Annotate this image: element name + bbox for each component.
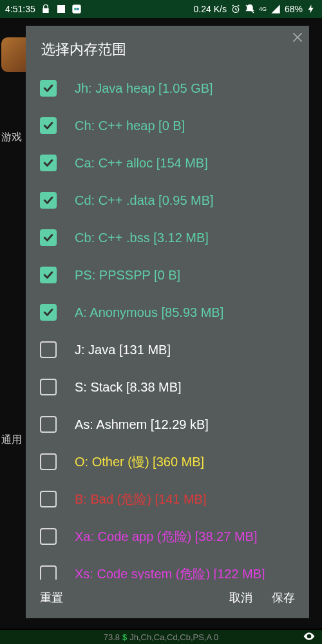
bg-tab-games: 游戏 <box>1 131 22 144</box>
memory-range-row[interactable]: J: Java [131 MB] <box>40 331 309 368</box>
checkbox[interactable] <box>40 117 57 134</box>
memory-range-dialog: 选择内存范围 Jh: Java heap [1.05 GB]Ch: C++ he… <box>26 26 309 618</box>
memory-range-label: Xa: Code app (危险) [38.27 MB] <box>75 528 257 545</box>
memory-range-label: Xs: Code system (危险) [122 MB] <box>75 565 265 580</box>
eye-icon[interactable] <box>303 630 316 645</box>
memory-range-row[interactable]: Ch: C++ heap [0 B] <box>40 107 309 144</box>
alarm-icon <box>231 4 241 14</box>
app-icon-small <box>71 4 82 14</box>
memory-range-label: O: Other (慢) [360 MB] <box>75 453 204 471</box>
memory-range-row[interactable]: Xs: Code system (危险) [122 MB] <box>40 555 309 580</box>
memory-range-label: Cd: C++ .data [0.95 MB] <box>75 193 214 208</box>
bg-tab-general: 通用 <box>1 433 22 447</box>
bell-off-icon <box>245 4 255 14</box>
save-button[interactable]: 保存 <box>272 590 295 605</box>
checkbox[interactable] <box>40 565 57 580</box>
memory-range-row[interactable]: O: Other (慢) [360 MB] <box>40 443 309 480</box>
memory-range-row[interactable]: Jh: Java heap [1.05 GB] <box>40 70 309 107</box>
checkbox[interactable] <box>40 416 57 433</box>
checkbox[interactable] <box>40 379 57 395</box>
memory-range-row[interactable]: As: Ashmem [12.29 kB] <box>40 406 309 443</box>
memory-range-label: J: Java [131 MB] <box>75 343 171 357</box>
memory-range-label: Ca: C++ alloc [154 MB] <box>75 156 208 171</box>
checkbox[interactable] <box>40 192 57 209</box>
status-time: 4:51:35 <box>5 4 35 14</box>
network-type: 4G <box>259 6 267 12</box>
footer-number: 73.8 <box>104 632 120 642</box>
reset-button[interactable]: 重置 <box>40 590 63 605</box>
dialog-title: 选择内存范围 <box>26 26 309 70</box>
memory-range-row[interactable]: B: Bad (危险) [141 MB] <box>40 480 309 518</box>
checkbox[interactable] <box>40 155 57 171</box>
memory-range-row[interactable]: Ca: C++ alloc [154 MB] <box>40 144 309 182</box>
memory-range-label: B: Bad (危险) [141 MB] <box>75 491 207 508</box>
checkbox[interactable] <box>40 453 57 470</box>
checkbox[interactable] <box>40 80 57 97</box>
checkbox[interactable] <box>40 341 57 358</box>
memory-range-row[interactable]: Cb: C++ .bss [3.12 MB] <box>40 219 309 256</box>
lock-icon <box>41 4 51 14</box>
memory-range-row[interactable]: A: Anonymous [85.93 MB] <box>40 294 309 331</box>
dialog-button-bar: 重置 取消 保存 <box>26 580 309 618</box>
status-battery-pct: 68% <box>285 4 303 14</box>
footer-status-bar: 73.8 $ Jh,Ch,Ca,Cd,Cb,PS,A 0 <box>0 630 322 644</box>
memory-range-label: Ch: C++ heap [0 B] <box>75 118 185 133</box>
memory-range-label: PS: PPSSPP [0 B] <box>75 268 180 283</box>
checkbox[interactable] <box>40 491 57 507</box>
checkbox[interactable] <box>40 304 57 321</box>
charging-icon <box>307 4 317 14</box>
footer-regions: Jh,Ch,Ca,Cd,Cb,PS,A 0 <box>129 632 218 642</box>
memory-range-row[interactable]: Xa: Code app (危险) [38.27 MB] <box>40 518 309 555</box>
signal-icon <box>270 4 281 14</box>
svg-point-1 <box>74 8 77 10</box>
memory-range-row[interactable]: Cd: C++ .data [0.95 MB] <box>40 182 309 219</box>
close-icon[interactable] <box>291 31 304 48</box>
memory-range-label: As: Ashmem [12.29 kB] <box>75 417 209 432</box>
memory-range-row[interactable]: S: Stack [8.38 MB] <box>40 368 309 406</box>
memory-range-label: A: Anonymous [85.93 MB] <box>75 305 223 320</box>
memory-range-row[interactable]: PS: PPSSPP [0 B] <box>40 256 309 294</box>
dollar-icon: $ <box>122 632 127 642</box>
svg-point-2 <box>77 8 79 10</box>
image-icon <box>56 4 66 14</box>
svg-point-4 <box>308 635 310 637</box>
status-net-speed: 0.24 K/s <box>194 4 227 14</box>
memory-range-label: Jh: Java heap [1.05 GB] <box>75 81 213 96</box>
status-bar: 4:51:35 0.24 K/s 4G 68% <box>0 0 322 18</box>
cancel-button[interactable]: 取消 <box>229 590 252 605</box>
checkbox[interactable] <box>40 267 57 283</box>
checkbox[interactable] <box>40 229 57 246</box>
memory-range-label: Cb: C++ .bss [3.12 MB] <box>75 231 209 245</box>
memory-range-list: Jh: Java heap [1.05 GB]Ch: C++ heap [0 B… <box>26 70 309 580</box>
checkbox[interactable] <box>40 528 57 545</box>
memory-range-label: S: Stack [8.38 MB] <box>75 380 182 395</box>
